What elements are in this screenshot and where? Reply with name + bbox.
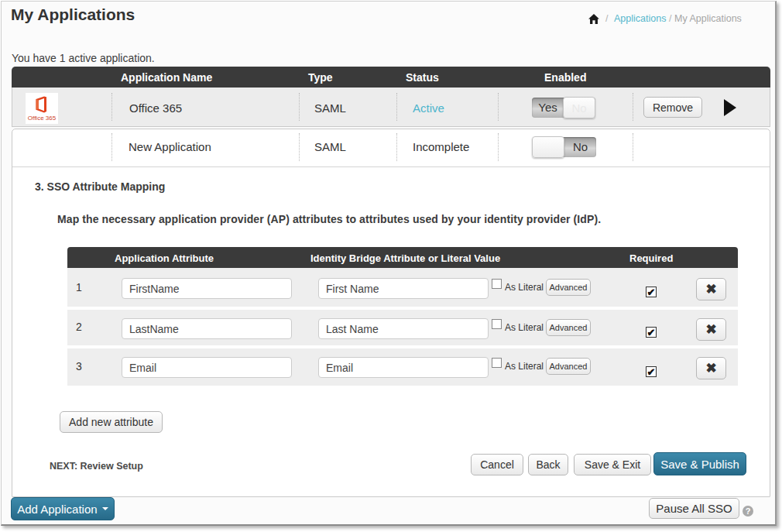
- svg-text:Office 365: Office 365: [28, 115, 57, 122]
